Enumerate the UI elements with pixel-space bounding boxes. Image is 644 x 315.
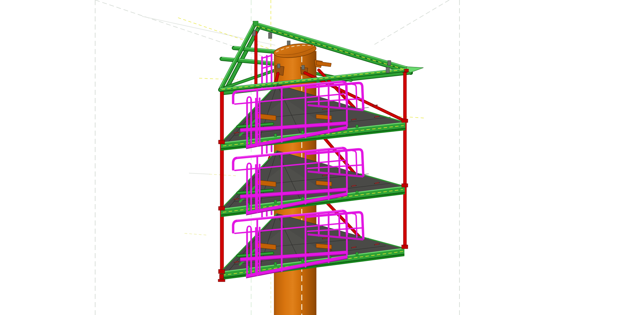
apex-node: [253, 21, 258, 26]
rear-red-post: [255, 31, 257, 89]
left-red-post: [220, 89, 224, 275]
cad-3d-viewport[interactable]: [0, 0, 644, 315]
right-red-post: [403, 71, 406, 248]
model-scene: [0, 0, 644, 315]
